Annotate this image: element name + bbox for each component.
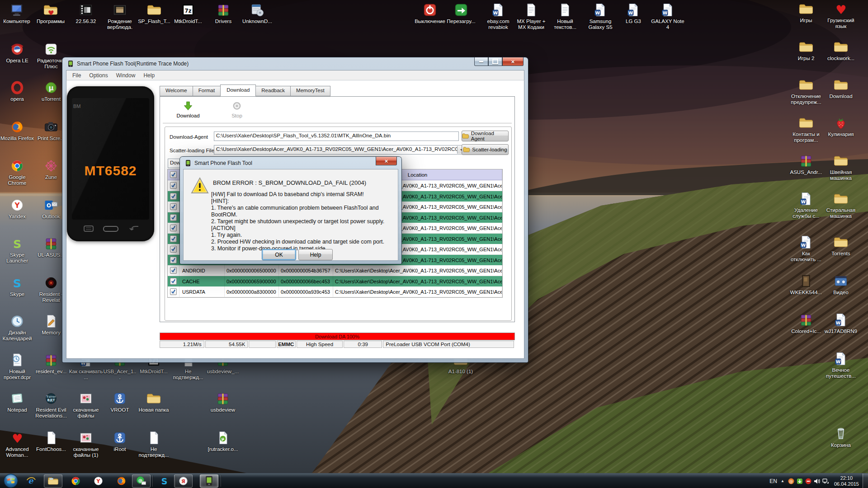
desktop-icon[interactable]: opera	[0, 80, 34, 102]
desktop-icon[interactable]: TrainerВДТResident Evil Revelations...	[34, 390, 68, 419]
desktop-icon[interactable]: Mozilla Firefox	[0, 119, 34, 141]
tab-welcome[interactable]: Welcome	[160, 86, 193, 96]
desktop-icon[interactable]: WУдаление службы с...	[789, 191, 823, 219]
download-button[interactable]: Download	[170, 100, 206, 118]
tab-download[interactable]: Download	[220, 84, 256, 97]
desktop-icon[interactable]: Кулинария	[824, 115, 858, 137]
taskbar-item-explorer[interactable]	[44, 474, 62, 488]
desktop-icon[interactable]: SP_Flash_T...	[137, 2, 171, 24]
desktop-icon[interactable]: iRoot	[103, 430, 137, 452]
desktop-icon[interactable]: WLG G3	[616, 2, 651, 24]
desktop-icon[interactable]: Opera LE	[0, 41, 34, 64]
desktop-icon[interactable]: WGALAXY Note 4	[651, 2, 685, 30]
download-agent-input[interactable]: C:\Users\Xaker\Desktop\SP_Flash_Tool_v5.…	[214, 131, 459, 141]
desktop-icon[interactable]: 7zMtkDroidT...	[171, 2, 205, 24]
desktop-icon[interactable]: Webay.com revabiok	[481, 2, 515, 30]
desktop-icon[interactable]: Игры	[789, 1, 823, 23]
table-row[interactable]: ANDROID0x00000000065000000x0000000054b36…	[168, 265, 502, 276]
taskbar-clock[interactable]: 22:10 06.04.2015	[834, 475, 859, 487]
ok-button[interactable]: OK	[262, 249, 296, 260]
taskbar-item-ie[interactable]: e	[22, 474, 40, 488]
desktop-icon[interactable]: SSkype Launcher	[0, 235, 34, 264]
desktop-icon[interactable]: Дизайн Календарей	[0, 313, 34, 342]
desktop-icon[interactable]: ♥Программы	[33, 2, 68, 24]
desktop-icon[interactable]: WКак отключить ...	[789, 234, 823, 263]
tray-update-icon[interactable]	[796, 478, 803, 485]
desktop-icon[interactable]: скачанные файлы	[69, 390, 103, 419]
taskbar-item-spflash[interactable]	[200, 474, 218, 488]
scatter-file-combo[interactable]: C:\Users\Xaker\Desktop\Acer_AV0K0_A1-713…	[214, 145, 466, 155]
desktop-icon[interactable]: clockwork...	[824, 39, 858, 61]
desktop-icon[interactable]: YYandex	[0, 197, 34, 220]
row-checkbox[interactable]	[170, 182, 177, 189]
start-button[interactable]	[3, 473, 19, 488]
row-checkbox[interactable]	[170, 235, 177, 242]
desktop-icon[interactable]: WSamsung Galaxy S5	[583, 2, 618, 30]
taskbar-item-firefox[interactable]	[112, 474, 131, 488]
desktop-icon[interactable]: Отключение предупреж...	[789, 77, 823, 105]
menu-window[interactable]: Window	[112, 71, 140, 80]
desktop-icon[interactable]: Новая папка	[137, 390, 171, 413]
tray-alert-icon[interactable]	[805, 478, 812, 485]
window-titlebar[interactable]: Smart Phone Flash Tool(Runtime Trace Mod…	[62, 57, 528, 70]
desktop-icon[interactable]: Стиральная машинка	[824, 191, 858, 219]
tab-memorytest[interactable]: MemoryTest	[290, 86, 330, 96]
download-agent-button[interactable]: Download Agent	[462, 131, 509, 141]
help-button[interactable]: Help	[298, 249, 333, 260]
desktop-icon[interactable]: Контакты и програм...	[789, 115, 823, 143]
desktop-icon[interactable]: WВечное путешеств...	[824, 351, 858, 379]
desktop-icon[interactable]: SSkype	[0, 275, 34, 297]
tray-volume-icon[interactable]	[813, 478, 821, 485]
hidden-icons-arrow[interactable]: ▲	[781, 479, 784, 483]
dialog-titlebar[interactable]: Smart Phone Flash Tool ×	[180, 157, 401, 169]
row-checkbox[interactable]	[170, 246, 177, 253]
desktop-icon[interactable]: Notepad	[0, 390, 34, 413]
scatter-loading-button[interactable]: Scatter-loading	[462, 144, 509, 155]
taskbar-item-yabrowser[interactable]: Я	[174, 474, 193, 488]
desktop-icon[interactable]: Игры 2	[789, 39, 823, 61]
desktop-icon[interactable]: 22.56.32	[69, 2, 103, 24]
desktop-icon[interactable]: Colored+Ic...	[789, 312, 823, 334]
taskbar-item-skype[interactable]: S	[155, 474, 174, 488]
row-checkbox[interactable]	[170, 214, 177, 221]
row-checkbox[interactable]	[170, 171, 177, 178]
desktop-icon[interactable]: Видео	[824, 273, 858, 296]
table-row[interactable]: CACHE0x00000000659000000x0000000066bec45…	[168, 276, 502, 286]
taskbar-item-mailru[interactable]: @	[132, 474, 151, 488]
dialog-close-button[interactable]: ×	[376, 157, 397, 165]
stop-button[interactable]: Stop	[219, 100, 255, 118]
show-desktop-button[interactable]	[863, 474, 868, 488]
minimize-button[interactable]	[474, 57, 488, 66]
desktop-icon[interactable]: FontChoos...	[34, 430, 68, 452]
taskbar-item-yandex[interactable]: Y	[89, 474, 108, 488]
menu-file[interactable]: File	[68, 71, 85, 80]
desktop-icon[interactable]: WKEKK544...	[789, 273, 823, 296]
menu-help[interactable]: Help	[139, 71, 159, 80]
desktop-icon[interactable]: Torrents	[824, 234, 858, 257]
maximize-button[interactable]	[488, 57, 502, 66]
tab-readback[interactable]: Readback	[256, 86, 290, 96]
desktop-icon[interactable]: VROOT	[103, 390, 137, 413]
row-checkbox[interactable]	[170, 225, 177, 231]
tray-network-icon[interactable]	[822, 478, 829, 485]
desktop-icon[interactable]: WwJ17AD8RN9	[824, 312, 858, 334]
row-checkbox[interactable]	[170, 193, 177, 200]
desktop-icon[interactable]: ASUS_Andr...	[789, 153, 823, 175]
desktop-icon[interactable]: Выключение	[413, 2, 447, 24]
desktop-icon[interactable]: Новый текстов...	[548, 2, 582, 30]
desktop-icon[interactable]: ♥Advanced Woman...	[0, 430, 34, 458]
row-checkbox[interactable]	[170, 257, 177, 263]
desktop-icon[interactable]: Корзина	[824, 426, 858, 448]
menu-options[interactable]: Options	[85, 71, 112, 80]
language-indicator[interactable]: EN	[769, 478, 777, 484]
desktop-icon[interactable]: Рождение верблюда.	[103, 2, 137, 30]
desktop-icon[interactable]: Перезагру...	[444, 2, 478, 24]
row-checkbox[interactable]	[170, 267, 177, 274]
desktop-icon[interactable]: Новый проект.dcpr	[0, 352, 34, 380]
desktop-icon[interactable]: Компьютер	[0, 2, 34, 24]
desktop-icon[interactable]: скачанные файлы (1)	[69, 430, 103, 458]
tab-format[interactable]: Format	[193, 86, 220, 96]
desktop-icon[interactable]: usbdeview	[206, 390, 240, 413]
table-row[interactable]: USRDATA0x00000000a83000000x00000000a939c…	[168, 286, 502, 297]
row-checkbox[interactable]	[170, 278, 177, 285]
